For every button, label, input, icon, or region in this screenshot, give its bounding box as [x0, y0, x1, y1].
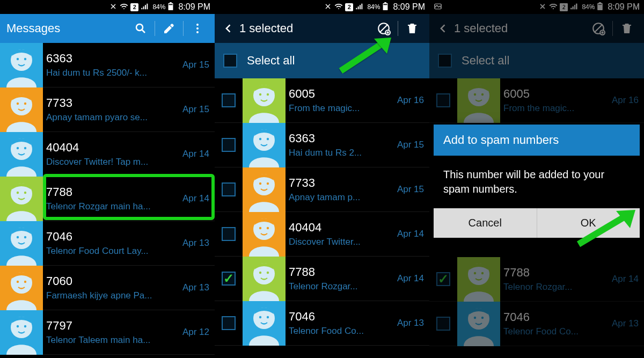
status-bar: 2 84% 8:09 PM	[429, 0, 644, 14]
date-label: Apr 15	[176, 60, 209, 70]
svg-rect-1	[170, 2, 172, 3]
preview-label: Apnay tamam p...	[289, 192, 387, 203]
message-row[interactable]: 40404 Discover Twitter... Apr 14	[215, 212, 429, 257]
dialog-title: Add to spam numbers	[434, 125, 640, 156]
contact-avatar	[243, 257, 286, 301]
row-checkbox[interactable]	[436, 317, 450, 331]
message-row[interactable]: 7788 Telenor Rozgar main ha... Apr 14	[0, 177, 215, 221]
preview-label: Apnay tamam pyaro se...	[46, 112, 173, 123]
date-label: Apr 15	[176, 104, 209, 115]
add-to-spam-icon[interactable]	[588, 18, 609, 39]
row-checkbox[interactable]	[222, 182, 236, 196]
row-checkbox[interactable]	[222, 227, 236, 241]
message-row[interactable]: 7046 Telenor Food Court Lay... Apr 13	[0, 221, 215, 266]
message-row[interactable]: 40404 Discover Twitter! Tap m... Apr 14	[0, 132, 215, 177]
add-to-spam-icon[interactable]	[373, 18, 394, 39]
message-list[interactable]: 6005 From the magic... Apr 16 6363 Hai d…	[215, 78, 429, 358]
message-row[interactable]: 7797 Telenor Taleem main ha... Apr 12	[0, 310, 215, 355]
date-label: Apr 15	[391, 184, 424, 195]
contact-avatar	[0, 310, 43, 355]
svg-point-18	[17, 147, 19, 149]
date-label: Apr 12	[176, 327, 209, 338]
compose-icon[interactable]	[158, 18, 180, 39]
message-row[interactable]: 7060 Farmaesh kijye apne Pa... Apr 13	[0, 266, 215, 310]
contact-avatar	[457, 257, 500, 302]
selection-count: 1 selected	[239, 21, 370, 35]
svg-point-81	[481, 93, 484, 95]
sender-label: 40404	[289, 221, 387, 235]
row-checkbox[interactable]	[436, 93, 450, 107]
message-row[interactable]: 6005 From the magic... Apr 16	[429, 78, 644, 123]
delete-icon[interactable]	[616, 18, 638, 39]
preview-label: Farmaesh kijye apne Pa...	[46, 290, 173, 301]
dialog-cancel-button[interactable]: Cancel	[434, 208, 537, 238]
select-all-row[interactable]: Select all	[429, 43, 644, 78]
overflow-icon[interactable]	[187, 18, 208, 39]
status-bar: 2 84% 8:09 PM	[0, 0, 215, 14]
date-label: Apr 16	[391, 95, 424, 106]
date-label: Apr 13	[176, 282, 209, 293]
message-row[interactable]: 7788 Telenor Rozgar... Apr 14	[215, 257, 429, 301]
spam-confirm-dialog: Add to spam numbers This number will be …	[434, 125, 640, 238]
svg-point-47	[267, 93, 269, 95]
row-checkbox[interactable]	[222, 93, 236, 107]
battery-percent: 84%	[582, 3, 595, 11]
sender-label: 7060	[46, 274, 173, 288]
sender-label: 7788	[46, 185, 173, 199]
select-all-checkbox[interactable]	[438, 54, 452, 68]
svg-point-30	[17, 280, 19, 282]
sim-indicator: 2	[345, 3, 353, 11]
svg-point-15	[24, 102, 26, 104]
wifi-icon	[549, 2, 558, 12]
svg-point-80	[474, 93, 476, 95]
svg-point-27	[24, 236, 26, 238]
svg-point-58	[259, 227, 261, 229]
svg-rect-72	[598, 4, 602, 5]
app-bar: Messages	[0, 14, 215, 43]
row-checkbox[interactable]	[436, 272, 450, 286]
date-label: Apr 15	[391, 140, 424, 150]
back-icon[interactable]	[436, 18, 451, 39]
screenshot-icon	[434, 2, 442, 12]
message-row[interactable]: 7046 Telenor Food Co... Apr 13	[429, 302, 644, 346]
preview-label: Telenor Food Court Lay...	[46, 246, 173, 257]
sender-label: 7733	[46, 96, 173, 110]
row-checkbox[interactable]	[222, 316, 236, 330]
select-all-row[interactable]: Select all	[215, 43, 429, 78]
svg-point-63	[267, 271, 269, 273]
row-checkbox[interactable]	[222, 272, 236, 286]
message-row[interactable]: 6363 Hai dum tu Rs 2... Apr 15	[215, 123, 429, 167]
clock: 8:09 PM	[393, 2, 425, 12]
search-icon[interactable]	[130, 18, 151, 39]
message-row[interactable]: 7788 Telenor Rozgar... Apr 14	[429, 257, 644, 302]
date-label: Apr 13	[176, 238, 209, 249]
screenshot-pane-2: 2 84% 8:09 PM 1 selected Select all 6005	[215, 0, 429, 358]
signal-icon	[141, 2, 149, 12]
svg-point-31	[24, 280, 26, 282]
contact-avatar	[243, 123, 286, 167]
message-row[interactable]: 7733 Apnay tamam pyaro se... Apr 15	[0, 87, 215, 132]
svg-point-19	[24, 147, 26, 149]
back-icon[interactable]	[221, 18, 236, 39]
dialog-ok-button[interactable]: OK	[537, 208, 640, 238]
message-row[interactable]: 7046 Telenor Food Co... Apr 13	[215, 301, 429, 346]
row-checkbox[interactable]	[222, 138, 236, 152]
svg-point-59	[267, 227, 269, 229]
svg-point-34	[17, 325, 19, 327]
message-row[interactable]: 6005 From the magic... Apr 16	[215, 78, 429, 123]
message-row[interactable]: 6363 Hai dum tu Rs 2500/- k... Apr 15	[0, 43, 215, 87]
date-label: Apr 14	[391, 229, 424, 239]
selection-count: 1 selected	[454, 21, 584, 35]
sender-label: 40404	[46, 141, 173, 155]
svg-point-55	[267, 182, 269, 184]
select-all-checkbox[interactable]	[223, 54, 237, 68]
battery-percent: 84%	[367, 3, 380, 11]
svg-point-6	[196, 27, 199, 30]
delete-icon[interactable]	[401, 18, 423, 39]
contact-avatar	[243, 167, 286, 212]
select-all-label: Select all	[462, 54, 509, 68]
message-row[interactable]: 7733 Apnay tamam p... Apr 15	[215, 167, 429, 212]
message-list[interactable]: 6363 Hai dum tu Rs 2500/- k... Apr 15 77…	[0, 43, 215, 358]
preview-label: Telenor Rozgar main ha...	[46, 201, 173, 212]
battery-icon	[597, 2, 603, 12]
